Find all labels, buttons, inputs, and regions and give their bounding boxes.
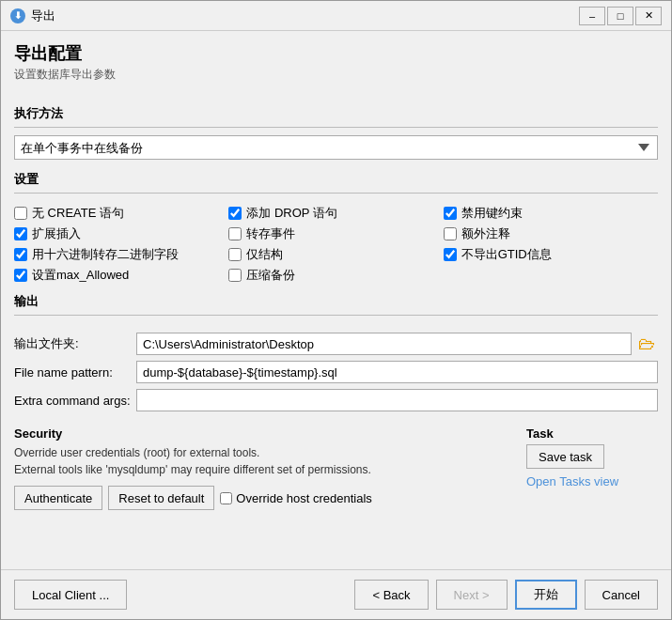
checkbox-no-create-label: 无 CREATE 语句: [32, 205, 124, 222]
checkbox-hex-blob-input[interactable]: [14, 248, 27, 261]
checkbox-max-allowed-input[interactable]: [14, 269, 27, 282]
execution-dropdown[interactable]: 在单个事务中在线备份: [14, 135, 658, 160]
folder-label: 输出文件夹:: [14, 335, 136, 352]
checkbox-extend-insert-input[interactable]: [14, 227, 27, 240]
content-area: 导出配置 设置数据库导出参数 执行方法 在单个事务中在线备份 设置 无 CREA…: [1, 31, 671, 569]
checkbox-extend-insert: 扩展插入: [14, 225, 228, 242]
execution-label: 执行方法: [14, 105, 658, 122]
window-icon: ⬇: [10, 8, 25, 23]
checkbox-extra-notes-input[interactable]: [444, 227, 457, 240]
checkbox-dump-events-input[interactable]: [228, 227, 242, 240]
checkbox-extend-insert-label: 扩展插入: [32, 225, 81, 242]
checkbox-disable-fk-label: 禁用键约束: [461, 205, 523, 222]
main-window: ⬇ 导出 – □ ✕ 导出配置 设置数据库导出参数 执行方法 在单个事务中在线备…: [0, 0, 672, 620]
checkbox-extra-notes: 额外注释: [444, 225, 658, 242]
checkbox-no-gtid: 不导出GTID信息: [444, 246, 658, 263]
cancel-button[interactable]: Cancel: [585, 580, 658, 610]
filename-input-wrap: [136, 361, 658, 383]
override-checkbox[interactable]: [220, 492, 232, 504]
output-label: 输出: [14, 293, 658, 310]
settings-label: 设置: [14, 171, 658, 188]
security-section: Security Override user credentials (root…: [14, 426, 508, 510]
local-client-button[interactable]: Local Client ...: [14, 580, 127, 610]
reset-button[interactable]: Reset to default: [108, 486, 214, 510]
checkbox-hex-blob-label: 用十六进制转存二进制字段: [32, 246, 179, 263]
checkbox-max-allowed-label: 设置max_Allowed: [32, 267, 129, 284]
checkbox-disable-fk-input[interactable]: [444, 207, 457, 220]
checkbox-compress-input[interactable]: [228, 269, 242, 282]
checkbox-no-data-input[interactable]: [228, 248, 242, 261]
security-desc: Override user credentials (root) for ext…: [14, 444, 508, 478]
security-buttons: Authenticate Reset to default Override h…: [14, 486, 508, 510]
save-task-button[interactable]: Save task: [526, 444, 604, 469]
extra-cmd-input-wrap: [136, 389, 658, 411]
checkbox-extra-notes-label: 额外注释: [461, 225, 510, 242]
minimize-button[interactable]: –: [579, 7, 605, 25]
footer-left: Local Client ...: [14, 580, 127, 610]
security-desc-line1: Override user credentials (root) for ext…: [14, 446, 259, 459]
open-tasks-link[interactable]: Open Tasks view: [526, 474, 618, 488]
window-controls: – □ ✕: [579, 7, 662, 25]
checkbox-hex-blob: 用十六进制转存二进制字段: [14, 246, 228, 263]
filename-label: File name pattern:: [14, 365, 136, 380]
checkbox-dump-events-label: 转存事件: [246, 225, 295, 242]
footer: Local Client ... < Back Next > 开始 Cancel: [1, 569, 671, 619]
folder-browse-button[interactable]: 🗁: [635, 333, 658, 355]
folder-row: 输出文件夹: 🗁: [14, 333, 658, 355]
checkbox-no-create: 无 CREATE 语句: [14, 205, 228, 222]
checkbox-add-drop-input[interactable]: [228, 207, 242, 220]
footer-right: < Back Next > 开始 Cancel: [354, 580, 658, 610]
next-button[interactable]: Next >: [436, 580, 508, 610]
folder-input-wrap: 🗁: [136, 333, 658, 355]
checkbox-no-data-label: 仅结构: [246, 246, 283, 263]
maximize-button[interactable]: □: [607, 7, 633, 25]
filename-row: File name pattern:: [14, 361, 658, 383]
checkbox-no-gtid-label: 不导出GTID信息: [461, 246, 552, 263]
folder-input[interactable]: [136, 333, 632, 355]
filename-input[interactable]: [136, 361, 658, 383]
title-bar: ⬇ 导出 – □ ✕: [1, 1, 671, 31]
checkbox-no-data: 仅结构: [228, 246, 443, 263]
page-subtitle: 设置数据库导出参数: [14, 67, 658, 83]
output-section: 输出文件夹: 🗁 File name pattern: Extra comman…: [14, 333, 658, 417]
checkbox-dump-events: 转存事件: [228, 225, 443, 242]
extra-cmd-label: Extra command args:: [14, 394, 136, 408]
checkbox-disable-fk: 禁用键约束: [444, 205, 658, 222]
settings-grid: 无 CREATE 语句 添加 DROP 语句 禁用键约束 扩展插入 转存事件: [14, 205, 658, 284]
window-title: 导出: [31, 8, 579, 24]
checkbox-no-create-input[interactable]: [14, 207, 27, 220]
checkbox-add-drop-label: 添加 DROP 语句: [246, 205, 337, 222]
security-title: Security: [14, 426, 508, 441]
close-button[interactable]: ✕: [635, 7, 662, 25]
checkbox-max-allowed: 设置max_Allowed: [14, 267, 228, 284]
authenticate-button[interactable]: Authenticate: [14, 486, 102, 510]
override-label: Override host credentials: [236, 491, 372, 505]
security-desc-line2: External tools like 'mysqldump' may requ…: [14, 463, 371, 476]
task-section: Task Save task Open Tasks view: [526, 426, 658, 510]
checkbox-no-gtid-input[interactable]: [444, 248, 457, 261]
checkbox-compress: 压缩备份: [228, 267, 443, 284]
page-title: 导出配置: [14, 42, 658, 65]
task-title: Task: [526, 426, 658, 441]
security-task-row: Security Override user credentials (root…: [14, 426, 658, 510]
checkbox-compress-label: 压缩备份: [246, 267, 295, 284]
override-check: Override host credentials: [220, 491, 372, 505]
extra-cmd-input[interactable]: [136, 389, 658, 411]
checkbox-add-drop: 添加 DROP 语句: [228, 205, 443, 222]
start-button[interactable]: 开始: [515, 580, 577, 610]
extra-cmd-row: Extra command args:: [14, 389, 658, 411]
back-button[interactable]: < Back: [354, 580, 428, 610]
